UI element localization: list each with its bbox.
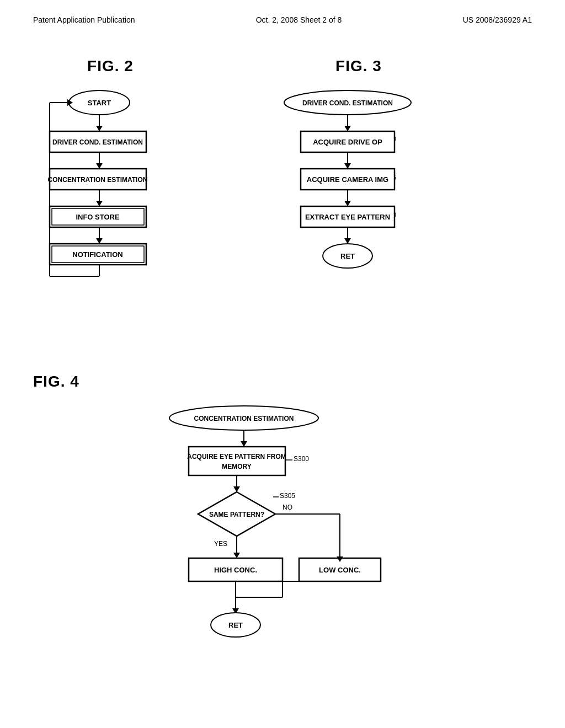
svg-text:S305: S305 (280, 492, 295, 500)
svg-marker-15 (96, 201, 103, 206)
svg-marker-22 (96, 238, 103, 244)
svg-text:NOTIFICATION: NOTIFICATION (72, 250, 122, 259)
svg-marker-67 (233, 486, 240, 492)
svg-text:RET: RET (340, 252, 355, 260)
header-left: Patent Application Publication (33, 15, 135, 24)
svg-marker-3 (96, 126, 103, 131)
svg-marker-60 (241, 441, 247, 447)
svg-text:HIGH CONC.: HIGH CONC. (214, 566, 257, 574)
fig4-svg: CONCENTRATION ESTIMATION S300 ACQUIRE EY… (117, 402, 448, 666)
svg-text:ACQUIRE EYE PATTERN FROM: ACQUIRE EYE PATTERN FROM (187, 453, 286, 461)
fig3-flowchart: FIG. 3 DRIVER COND. ESTIMATION S200 ACQU… (276, 57, 441, 340)
svg-text:ACQUIRE DRIVE OP: ACQUIRE DRIVE OP (313, 138, 382, 146)
patent-page: Patent Application Publication Oct. 2, 2… (0, 0, 565, 728)
top-row: FIG. 2 START S100 DRIVER COND. ESTIMATIO… (33, 57, 532, 340)
main-content: FIG. 2 START S100 DRIVER COND. ESTIMATIO… (0, 24, 565, 666)
fig3-label: FIG. 3 (335, 57, 382, 75)
svg-text:ACQUIRE CAMERA IMG: ACQUIRE CAMERA IMG (307, 175, 388, 184)
svg-text:CONCENTRATION ESTIMATION: CONCENTRATION ESTIMATION (48, 176, 148, 184)
svg-text:LOW CONC.: LOW CONC. (319, 566, 361, 574)
header: Patent Application Publication Oct. 2, 2… (0, 0, 565, 24)
fig3-svg: DRIVER COND. ESTIMATION S200 ACQUIRE DRI… (276, 86, 441, 340)
svg-text:YES: YES (214, 540, 227, 548)
svg-text:MEMORY: MEMORY (222, 463, 252, 470)
fig2-flowchart: FIG. 2 START S100 DRIVER COND. ESTIMATIO… (33, 57, 188, 340)
svg-marker-36 (344, 126, 351, 131)
svg-text:SAME PATTERN?: SAME PATTERN? (209, 511, 264, 518)
bottom-row: FIG. 4 CONCENTRATION ESTIMATION S300 ACQ… (33, 373, 532, 666)
svg-marker-48 (344, 201, 351, 206)
svg-text:START: START (88, 99, 111, 107)
header-center: Oct. 2, 2008 Sheet 2 of 8 (256, 15, 342, 24)
svg-text:CONCENTRATION ESTIMATION: CONCENTRATION ESTIMATION (194, 415, 294, 422)
fig2-svg: START S100 DRIVER COND. ESTIMATION S105 (33, 86, 188, 340)
fig2-label: FIG. 2 (87, 57, 134, 75)
header-right: US 2008/236929 A1 (463, 15, 532, 24)
svg-marker-9 (96, 163, 103, 169)
svg-text:S300: S300 (294, 455, 309, 463)
svg-marker-42 (344, 163, 351, 169)
svg-text:RET: RET (228, 621, 243, 629)
svg-rect-63 (189, 447, 285, 475)
svg-text:DRIVER COND. ESTIMATION: DRIVER COND. ESTIMATION (52, 138, 143, 146)
svg-text:DRIVER COND. ESTIMATION: DRIVER COND. ESTIMATION (302, 99, 393, 107)
svg-text:NO: NO (282, 504, 292, 511)
svg-marker-74 (233, 553, 240, 558)
svg-marker-54 (344, 238, 351, 244)
svg-text:INFO STORE: INFO STORE (76, 213, 120, 221)
svg-text:EXTRACT EYE PATTERN: EXTRACT EYE PATTERN (305, 213, 390, 221)
fig4-label: FIG. 4 (33, 373, 532, 390)
